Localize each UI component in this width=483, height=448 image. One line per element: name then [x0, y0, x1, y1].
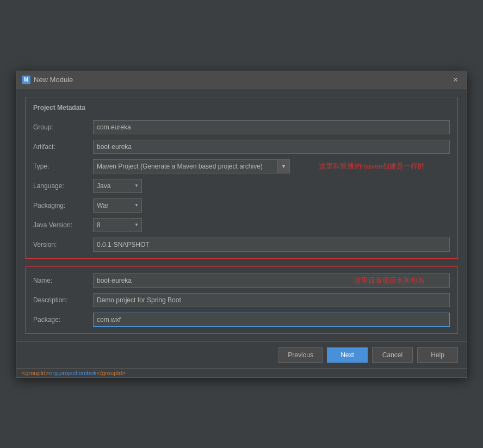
help-button[interactable]: Help [417, 347, 458, 363]
version-row: Version: [33, 238, 450, 252]
dialog-icon: M [22, 76, 30, 84]
new-module-dialog: M New Module × Project Metadata Group: A… [16, 71, 467, 378]
artifact-input[interactable] [93, 140, 450, 154]
name-row: Name: 这里设置项目名和包名 [33, 273, 450, 288]
packaging-select-wrapper: Jar War [93, 198, 142, 213]
annotation-2: 这里设置项目名和包名 [354, 276, 425, 285]
type-select-wrapper: ▼ [93, 159, 290, 173]
statusbar: <groupId>org.projectlombok</groupId> [16, 368, 467, 377]
language-select[interactable]: Java Kotlin Groovy [93, 179, 142, 193]
language-label: Language: [33, 182, 88, 190]
package-input[interactable] [93, 313, 450, 327]
cancel-button[interactable]: Cancel [372, 347, 413, 363]
packaging-row: Packaging: Jar War [33, 198, 450, 213]
package-label: Package: [33, 316, 88, 323]
xml-close-tag: </groupId> [97, 370, 126, 376]
java-version-select-wrapper: 8 11 17 [93, 218, 142, 232]
language-row: Language: Java Kotlin Groovy [33, 179, 450, 193]
description-row: Description: [33, 293, 450, 307]
dialog-body: Project Metadata Group: Artifact: Type: … [16, 89, 467, 341]
packaging-label: Packaging: [33, 202, 88, 209]
java-version-row: Java Version: 8 11 17 [33, 218, 450, 232]
annotation-1: 这里和普通的maven创建是一样的 [319, 161, 425, 171]
artifact-label: Artifact: [33, 143, 88, 151]
group-label: Group: [33, 123, 88, 131]
section1-title: Project Metadata [33, 104, 450, 111]
package-row: Package: [33, 313, 450, 327]
version-label: Version: [33, 241, 88, 248]
description-input[interactable] [93, 293, 450, 307]
name-section: Name: 这里设置项目名和包名 Description: Package: [25, 266, 458, 334]
version-input[interactable] [93, 238, 450, 252]
previous-button[interactable]: Previous [278, 347, 323, 363]
language-select-wrapper: Java Kotlin Groovy [93, 179, 142, 193]
type-dropdown-btn[interactable]: ▼ [278, 159, 290, 173]
titlebar-left: M New Module [22, 76, 73, 84]
project-metadata-section: Project Metadata Group: Artifact: Type: … [25, 97, 458, 259]
description-label: Description: [33, 296, 88, 304]
artifact-row: Artifact: [33, 140, 450, 154]
dialog-title: New Module [34, 76, 73, 84]
xml-open-tag: <groupId> [22, 370, 49, 376]
type-row: Type: ▼ 这里和普通的maven创建是一样的 [33, 159, 450, 173]
group-row: Group: [33, 120, 450, 134]
dialog-footer: Previous Next Cancel Help [16, 341, 467, 368]
packaging-select[interactable]: Jar War [93, 198, 142, 213]
java-version-select[interactable]: 8 11 17 [93, 218, 142, 232]
type-label: Type: [33, 163, 88, 170]
group-input[interactable] [93, 120, 450, 134]
xml-content: org.projectlombok [49, 370, 96, 376]
name-label: Name: [33, 277, 88, 284]
type-display[interactable] [93, 159, 278, 173]
close-button[interactable]: × [450, 74, 461, 85]
java-version-label: Java Version: [33, 221, 88, 229]
statusbar-text: <groupId>org.projectlombok</groupId> [22, 370, 126, 376]
next-button[interactable]: Next [327, 347, 368, 363]
dialog-titlebar: M New Module × [16, 71, 467, 89]
